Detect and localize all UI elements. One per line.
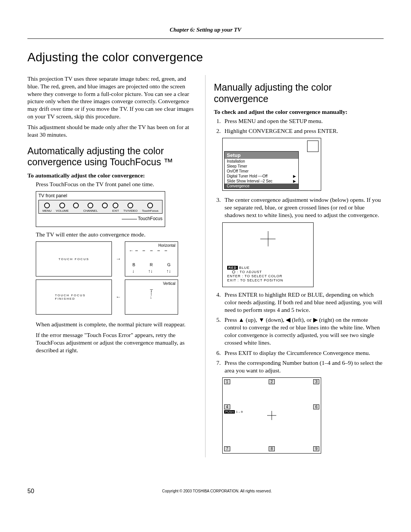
grid-cell-9: 9 [288, 428, 321, 453]
volume-button-icon: VOLUME [56, 203, 69, 212]
b-label: B [132, 262, 135, 267]
error-text: If the error message "Touch Focus Error"… [36, 331, 197, 354]
touch-focus-label: TOUCH FOCUS [59, 257, 89, 261]
grid-cell-8: 8 [255, 428, 288, 453]
channel-button-icon: CHANNEL [83, 203, 98, 212]
auto-convergence-diagram: TOUCH FOCUS → Horizontal ←‒ ‒ ‒ ‒ ‒ B R … [36, 241, 180, 315]
dpad-icon [232, 270, 235, 273]
setup-menu-title: Setup [225, 152, 298, 159]
manual-steps-list-3: Press ENTER to highlight RED or BLUE, de… [214, 291, 384, 374]
divider [27, 38, 384, 39]
right-column: Manually adjusting the color convergence… [206, 75, 384, 457]
copyright-text: Copyright © 2003 TOSHIBA CORPORATION. Al… [50, 489, 384, 493]
manual-steps-list: Press MENU and open the SETUP menu. High… [214, 117, 384, 135]
two-column-layout: This projection TV uses three separate i… [27, 75, 384, 457]
intro-paragraph-1: This projection TV uses three separate i… [27, 75, 197, 120]
step-5: Press ▲ (up), ▼ (down), ◀ (left), or ▶ (… [222, 316, 384, 347]
cross-v-icon [268, 231, 268, 246]
touchfocus-button-icon: TouchFocus [142, 203, 158, 212]
auto-adjust-step: Press TouchFocus on the TV front panel o… [36, 181, 197, 188]
setup-item-convergence: Convergence [225, 184, 298, 189]
convergence-window-diagram: RED BLUE : TO ADJUST ENTER : TO SELECT C… [222, 222, 314, 287]
center-cross-v-icon [272, 411, 272, 420]
horizontal-label: Horizontal [158, 243, 175, 248]
convergence-window-text: RED BLUE : TO ADJUST ENTER : TO SELECT C… [227, 266, 309, 283]
touch-focus-box: TOUCH FOCUS [36, 241, 112, 276]
step-2: Highlight CONVERGENCE and press ENTER. [222, 127, 384, 135]
exit-button-icon: EXIT [112, 203, 119, 212]
touch-focus-finished-box: TOUCH FOCUS FINISHED [36, 280, 112, 315]
grid-cell-4: 4 PUSH 1 – 9 [223, 403, 255, 428]
setup-menu-diagram: Setup Installation Sleep Timer On/Off Ti… [222, 138, 321, 191]
tv-button-row: MENU VOLUME CHANNEL EXIT TV/VIDEO TouchF… [38, 200, 162, 214]
push-badge: PUSH [224, 410, 235, 414]
grid-cell-1: 1 [223, 378, 255, 403]
volume-button-icon-2 [73, 203, 79, 212]
setup-tab-icon [307, 141, 319, 152]
manual-adjust-subhead: To check and adjust the color convergenc… [214, 108, 384, 116]
step-6: Press EXIT to display the Circumference … [222, 349, 384, 357]
vertical-label: Vertical [163, 281, 175, 286]
complete-text: When adjustment is complete, the normal … [36, 321, 197, 328]
setup-item-slide-show-interval: Slide Show Interval ····2 Sec▶ [225, 179, 298, 184]
intro-paragraph-2: This adjustment should be made only afte… [27, 123, 197, 139]
page-number: 50 [27, 488, 50, 495]
step-7: Press the corresponding Number button (1… [222, 359, 384, 374]
g-label: G [167, 262, 170, 267]
left-column: This projection TV uses three separate i… [27, 75, 206, 457]
touchfocus-callout: TouchFocus [38, 216, 162, 221]
vertical-box: Vertical ┬┆↓ [125, 280, 178, 315]
grid-cell-center [255, 403, 288, 428]
manual-steps-list-2: The center convergence adjustment window… [214, 196, 384, 219]
manual-adjust-heading: Manually adjusting the color convergence [214, 82, 384, 104]
arrow-left-icon: ← [116, 294, 121, 300]
step-4: Press ENTER to highlight RED or BLUE, de… [222, 291, 384, 314]
auto-adjust-subhead: To automatically adjust the color conver… [27, 172, 197, 179]
brg-arrows: ↓↑↓↑↓ [125, 268, 178, 274]
blue-label: BLUE [239, 266, 250, 270]
channel-button-icon-2 [102, 203, 108, 212]
arrow-right-icon: → [116, 256, 121, 262]
vertical-cross-icon: ┬┆↓ [150, 288, 153, 299]
horizontal-box: Horizontal ←‒ ‒ ‒ ‒ ‒ B R G ↓↑↓↑↓ [125, 241, 178, 276]
setup-item-onoff-timer: On/Off Timer [225, 169, 298, 174]
step-3: The center convergence adjustment window… [222, 196, 384, 219]
red-label: RED [227, 266, 238, 270]
tvvideo-button-icon: TV/VIDEO [123, 203, 137, 212]
manual-page: Chapter 6: Setting up your TV Adjusting … [0, 0, 411, 510]
menu-button-icon: MENU [43, 203, 52, 212]
tv-panel-label: TV front panel [38, 193, 162, 198]
grid-cell-7: 7 [223, 428, 255, 453]
page-title: Adjusting the color convergence [27, 50, 384, 64]
page-footer: 50 Copyright © 2003 TOSHIBA CORPORATION.… [27, 488, 384, 495]
grid-cell-3: 3 [288, 378, 321, 403]
grid-cell-2: 2 [255, 378, 288, 403]
chapter-header: Chapter 6: Setting up your TV [27, 27, 384, 33]
setup-item-installation: Installation [225, 159, 298, 164]
tv-front-panel-diagram: TV front panel MENU VOLUME CHANNEL EXIT … [36, 191, 165, 227]
setup-item-digital-tuner-hold: Digital Tuner Hold ·······Off▶ [225, 174, 298, 179]
number-grid-diagram: 1 2 3 4 PUSH 1 – 9 6 7 8 9 [222, 377, 321, 454]
auto-mode-text: The TV will enter the auto convergence m… [36, 231, 197, 238]
dash-pattern: ←‒ ‒ ‒ ‒ ‒ [129, 248, 169, 253]
step-1: Press MENU and open the SETUP menu. [222, 117, 384, 125]
r-label: R [150, 262, 153, 267]
grid-cell-6: 6 [288, 403, 321, 428]
setup-item-sleep-timer: Sleep Timer [225, 164, 298, 169]
touch-focus-finished-label: TOUCH FOCUS FINISHED [55, 294, 93, 300]
auto-adjust-heading: Automatically adjusting the color conver… [27, 145, 197, 168]
